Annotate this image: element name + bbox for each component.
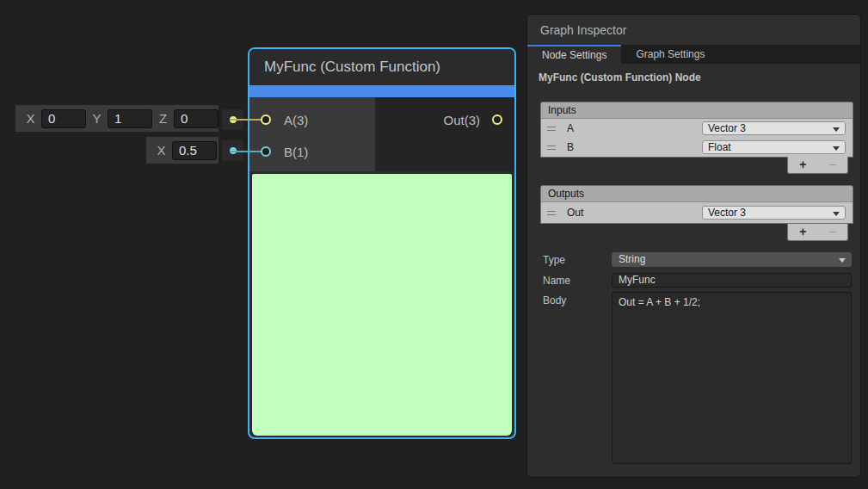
chevron-down-icon xyxy=(833,146,840,151)
dropdown-value: Vector 3 xyxy=(708,207,746,219)
graph-inspector-panel: Graph Inspector Node Settings Graph Sett… xyxy=(526,14,861,478)
shader-graph-canvas[interactable]: X 0 Y 1 Z 0 X 0.5 MyFunc (Custom Functio… xyxy=(0,0,868,489)
node-preview-surface[interactable] xyxy=(252,174,512,436)
output-type-dropdown[interactable]: Vector 3 xyxy=(702,206,846,220)
dropdown-value: Float xyxy=(708,141,731,153)
input-a-type-dropdown[interactable]: Vector 3 xyxy=(702,121,846,135)
inputs-list-header: Inputs xyxy=(541,102,853,119)
input-name: A xyxy=(567,122,574,134)
type-label: Type xyxy=(543,254,565,266)
node-inputs-panel: A(3) B(1) xyxy=(249,97,375,171)
body-label: Body xyxy=(543,294,566,306)
port-label-b: B(1) xyxy=(284,145,308,159)
field-label-z: Z xyxy=(158,111,168,126)
input-row-b[interactable]: B Float xyxy=(541,138,853,157)
field-label-x: X xyxy=(157,143,166,158)
node-port-area: A(3) B(1) Out(3) xyxy=(249,97,514,171)
add-output-button[interactable]: + xyxy=(788,224,818,240)
node-outputs-panel: Out(3) xyxy=(375,97,514,171)
port-out-icon[interactable] xyxy=(492,115,502,125)
port-label-a: A(3) xyxy=(284,113,308,127)
inputs-list: Inputs A Vector 3 B Float xyxy=(540,102,853,158)
remove-input-button[interactable]: − xyxy=(818,157,848,173)
output-name: Out xyxy=(567,207,583,219)
chevron-down-icon xyxy=(833,127,840,132)
vector-z-input[interactable]: 0 xyxy=(174,109,219,128)
float-default-widget: X 0.5 xyxy=(146,137,219,164)
body-textarea[interactable]: Out = A + B + 1/2; xyxy=(612,292,852,464)
field-label-y: Y xyxy=(92,111,102,126)
outputs-list: Outputs Out Vector 3 xyxy=(540,185,853,224)
float-x-input[interactable]: 0.5 xyxy=(172,141,217,160)
input-row-a[interactable]: A Vector 3 xyxy=(541,119,853,138)
dropdown-value: String xyxy=(619,253,645,265)
drag-handle-icon[interactable] xyxy=(547,211,556,215)
tab-label: Node Settings xyxy=(542,49,606,61)
remove-output-button[interactable]: − xyxy=(818,224,848,240)
inspector-tabstrip: Node Settings Graph Settings xyxy=(527,45,860,64)
outputs-list-header: Outputs xyxy=(541,186,853,202)
tab-graph-settings[interactable]: Graph Settings xyxy=(621,45,719,64)
tab-label: Graph Settings xyxy=(636,48,705,60)
dropdown-value: Vector 3 xyxy=(708,122,746,134)
selected-node-heading: MyFunc (Custom Function) Node xyxy=(539,71,701,84)
vector3-default-widget: X 0 Y 1 Z 0 xyxy=(15,105,219,132)
vector-y-input[interactable]: 1 xyxy=(108,109,152,128)
add-input-button[interactable]: + xyxy=(788,157,818,173)
type-dropdown[interactable]: String xyxy=(612,252,852,267)
vector-x-input[interactable]: 0 xyxy=(41,109,86,128)
output-row-out[interactable]: Out Vector 3 xyxy=(541,202,853,223)
node-color-bar xyxy=(249,85,514,97)
outputs-list-footer: + − xyxy=(787,224,848,241)
node-title[interactable]: MyFunc (Custom Function) xyxy=(249,49,514,85)
port-label-out: Out(3) xyxy=(443,113,480,127)
drag-handle-icon[interactable] xyxy=(547,145,556,150)
input-b-type-dropdown[interactable]: Float xyxy=(702,140,846,154)
input-name: B xyxy=(567,141,574,153)
chevron-down-icon xyxy=(833,212,840,216)
custom-function-node[interactable]: MyFunc (Custom Function) A(3) B(1) Out(3… xyxy=(248,47,516,439)
tab-node-settings[interactable]: Node Settings xyxy=(527,45,621,64)
inputs-list-footer: + − xyxy=(787,157,848,174)
panel-title: Graph Inspector xyxy=(527,15,860,45)
port-b-icon[interactable] xyxy=(261,146,271,157)
name-label: Name xyxy=(543,275,570,287)
port-a-icon[interactable] xyxy=(261,115,271,125)
chevron-down-icon xyxy=(839,258,846,263)
field-label-x: X xyxy=(26,111,35,126)
name-input[interactable]: MyFunc xyxy=(612,273,852,288)
drag-handle-icon[interactable] xyxy=(547,127,556,131)
